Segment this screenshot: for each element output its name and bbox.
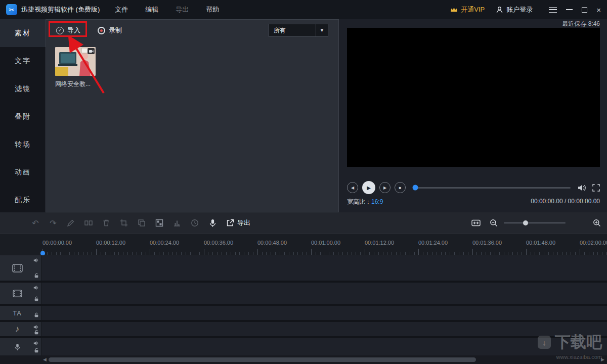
track-pip-lane[interactable] [42, 283, 607, 304]
sidebar-item-music[interactable]: 配乐 [0, 186, 46, 214]
lock-track-icon[interactable] [34, 312, 39, 317]
crown-icon [450, 7, 458, 13]
crop-icon[interactable] [119, 218, 129, 228]
track-toggles [33, 322, 39, 336]
timeline-zoom-controls [471, 212, 602, 234]
ruler-label: 00:01:12.00 [365, 240, 394, 246]
aspect-ratio-value: 16:9 [371, 198, 383, 205]
track-music-header[interactable]: ♪ [0, 322, 42, 336]
sidebar-item-text[interactable]: 文字 [0, 47, 46, 75]
track-pip-header[interactable] [0, 283, 42, 304]
account-login-button[interactable]: 账户登录 [496, 5, 533, 14]
mute-track-icon[interactable] [33, 258, 39, 263]
minimize-button[interactable] [566, 9, 573, 10]
mute-track-icon[interactable] [33, 325, 39, 330]
duration-icon[interactable] [190, 218, 200, 228]
fullscreen-icon[interactable] [592, 184, 600, 192]
stop-button[interactable]: ■ [395, 182, 406, 193]
track-voice-header[interactable] [0, 338, 42, 355]
record-button[interactable]: 录制 [93, 23, 127, 37]
menu-help[interactable]: 帮助 [206, 5, 219, 14]
sidebar-item-transition[interactable]: 转场 [0, 130, 46, 158]
menu-file[interactable]: 文件 [115, 5, 128, 14]
media-thumbnail[interactable] [55, 47, 96, 76]
mosaic-icon[interactable] [154, 218, 164, 228]
app-title: 迅捷视频剪辑软件 (免费版) [21, 5, 100, 14]
next-frame-button[interactable]: ▶ [379, 182, 391, 193]
video-preview[interactable] [347, 28, 600, 167]
import-label: 导入 [67, 26, 80, 35]
redo-icon[interactable]: ↷ [48, 218, 58, 228]
sidebar-item-animation[interactable]: 动画 [0, 158, 46, 186]
copy-icon[interactable] [137, 218, 147, 228]
volume-icon[interactable] [578, 184, 586, 192]
media-item[interactable]: 网络安全教... [55, 47, 97, 88]
lock-track-icon[interactable] [34, 330, 39, 335]
playhead-marker[interactable] [40, 251, 45, 255]
zoom-slider[interactable] [504, 222, 566, 223]
media-filter-dropdown[interactable]: 所有 ▼ [269, 24, 328, 37]
track-text-header[interactable]: TA [0, 306, 42, 320]
record-label: 录制 [109, 26, 122, 35]
hamburger-menu-icon[interactable] [549, 7, 557, 13]
lock-track-icon[interactable] [34, 348, 39, 353]
sidebar-item-media[interactable]: 素材 [0, 19, 46, 47]
sidebar-item-overlay[interactable]: 叠附 [0, 103, 46, 130]
track-music: ♪ [0, 322, 607, 336]
seek-slider[interactable] [414, 187, 571, 189]
app-window: ✂ 迅捷视频剪辑软件 (免费版) 文件 编辑 导出 帮助 开通VIP 账户登录 [0, 0, 607, 364]
sidebar-item-filter[interactable]: 滤镜 [0, 75, 46, 103]
mute-track-icon[interactable] [33, 285, 39, 290]
chart-icon[interactable] [172, 218, 182, 228]
aspect-ratio-label: 宽高比： [347, 198, 371, 205]
scroll-left-icon[interactable]: ◀ [43, 357, 47, 362]
scrollbar-thumb[interactable] [49, 357, 476, 362]
app-logo-icon: ✂ [6, 4, 17, 15]
record-icon [98, 27, 105, 34]
aspect-ratio[interactable]: 宽高比：16:9 [347, 198, 383, 206]
previous-frame-button[interactable]: ◀ [347, 182, 358, 193]
watermark-logo-icon: ↓ [538, 336, 551, 349]
zoom-in-icon[interactable] [592, 218, 602, 228]
vip-label: 开通VIP [461, 5, 485, 14]
zoom-slider-handle[interactable] [523, 220, 528, 225]
delete-icon[interactable] [101, 218, 111, 228]
track-toggles [33, 255, 39, 281]
ruler-label: 00:01:00.00 [311, 240, 340, 246]
track-toggles [33, 283, 39, 304]
track-video [0, 255, 607, 281]
titlebar-right: 开通VIP 账户登录 × [450, 5, 601, 14]
login-label: 账户登录 [506, 5, 533, 14]
timeline-ruler[interactable]: 00:00:00.00 00:00:12.00 00:00:24.00 00:0… [0, 234, 607, 255]
timecode-display: 00:00:00.00 / 00:00:00.00 [531, 198, 600, 206]
track-video-lane[interactable] [42, 255, 607, 281]
maximize-button[interactable] [582, 7, 587, 13]
undo-icon[interactable]: ↶ [30, 218, 40, 228]
vip-button[interactable]: 开通VIP [450, 5, 485, 14]
timeline-scrollbar[interactable]: ◀ ▶ [0, 355, 607, 364]
media-toolbar: ✓ 导入 录制 所有 ▼ [46, 20, 338, 41]
track-video-header[interactable] [0, 255, 42, 281]
track-voice-lane[interactable] [42, 338, 607, 355]
voiceover-mic-icon[interactable] [207, 218, 218, 228]
ruler-label: 00:00:36.00 [204, 240, 233, 246]
import-button[interactable]: ✓ 导入 [51, 23, 85, 37]
lock-track-icon[interactable] [34, 296, 39, 301]
track-text-lane[interactable] [42, 306, 607, 320]
text-track-icon: TA [13, 309, 22, 317]
preview-right-icons [578, 184, 600, 192]
play-button[interactable]: ▶ [362, 181, 375, 194]
preview-panel: 最近保存 8:46 ◀ ▶ ▶ ■ 宽高比：16:9 00:00: [339, 19, 607, 212]
export-button[interactable]: 导出 [226, 218, 250, 228]
menu-edit[interactable]: 编辑 [145, 5, 158, 14]
track-music-lane[interactable] [42, 322, 607, 336]
fit-timeline-icon[interactable] [471, 218, 481, 228]
close-button[interactable]: × [596, 6, 601, 14]
edit-icon[interactable] [66, 218, 76, 228]
zoom-out-icon[interactable] [489, 218, 499, 228]
split-icon[interactable] [83, 218, 94, 228]
mute-track-icon[interactable] [33, 341, 39, 346]
lock-track-icon[interactable] [34, 273, 39, 278]
seek-slider-handle[interactable] [413, 185, 418, 191]
menu-export[interactable]: 导出 [176, 5, 189, 14]
